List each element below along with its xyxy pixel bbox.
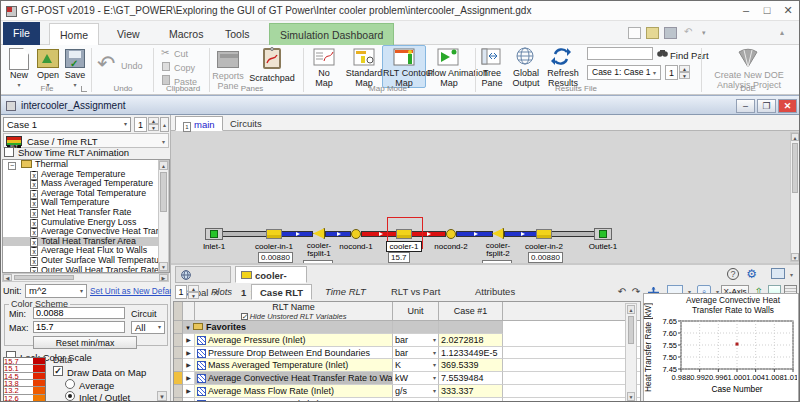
part-outlet-1[interactable] xyxy=(594,228,612,240)
doc-close-button[interactable]: ✕ xyxy=(778,99,797,113)
ribbon-tab-tools[interactable]: Tools xyxy=(215,23,260,45)
flow-animation-map-icon[interactable] xyxy=(437,48,459,66)
column-header-unit[interactable]: Unit xyxy=(393,302,439,321)
ribbon-tab-file[interactable]: File xyxy=(3,22,40,45)
global-output-icon[interactable] xyxy=(515,47,535,66)
find-part-input[interactable] xyxy=(587,47,653,60)
case-select[interactable]: Case 1▾ xyxy=(3,117,131,132)
rlt-row-value[interactable]: 2.0272818 xyxy=(439,334,503,347)
unit-dropdown-caret[interactable]: ▾ xyxy=(433,398,436,402)
unit-select[interactable]: m^2▾ xyxy=(25,284,87,298)
canvas-vscrollbar[interactable]: ▲ ▼ xyxy=(790,132,800,262)
rlt-row-unit-select[interactable]: kW▾ xyxy=(393,372,439,385)
bottom-case-spinbox[interactable]: 1 xyxy=(175,285,187,299)
show-animation-checkbox[interactable] xyxy=(4,147,14,157)
rlt-row-name[interactable]: Average Pressure (Inlet) xyxy=(195,334,393,347)
qat-new-icon[interactable] xyxy=(628,27,641,39)
circuit-scope-select[interactable]: All▾ xyxy=(131,321,165,334)
rlt-row-value[interactable]: 1.1233449E-5 xyxy=(439,347,503,360)
doc-tab-cooler-1[interactable]: cooler-1✕ xyxy=(235,266,307,283)
unit-dropdown-caret[interactable]: ▾ xyxy=(433,359,436,372)
ribbon-tab-macros[interactable]: Macros xyxy=(159,23,213,45)
data-point[interactable] xyxy=(736,343,739,346)
reset-minmax-button[interactable]: Reset min/max xyxy=(33,336,137,349)
rlt-row-value[interactable]: 7.5539484 xyxy=(439,372,503,385)
part-nocond-2[interactable] xyxy=(446,229,456,239)
maximize-button[interactable]: □ xyxy=(758,3,776,18)
tree-pane-icon[interactable] xyxy=(481,48,501,65)
ribbon-case-select[interactable]: Case 1: Case 1 ▾ xyxy=(587,65,661,80)
row-expander-icon[interactable]: ▶ xyxy=(183,334,195,347)
ribbon-collapse-icon[interactable]: ▴ xyxy=(780,27,793,39)
average-radio[interactable] xyxy=(65,379,75,389)
part-cooler-in-1[interactable] xyxy=(266,229,282,239)
settings-gear-icon[interactable]: ⚙ xyxy=(746,267,757,281)
doc-tab-global[interactable]: Global✕ xyxy=(175,266,231,283)
scratchpad-icon[interactable] xyxy=(263,48,281,69)
window-layout-caret[interactable]: ▾ xyxy=(790,271,793,278)
ribbon-tab-view[interactable]: View xyxy=(107,23,150,45)
minimize-button[interactable]: – xyxy=(737,3,755,18)
tree-item[interactable]: xOuter Wall Heat Transfer Rate t xyxy=(3,266,169,273)
flow-animation-map-button[interactable]: Flow AnimationMap xyxy=(427,68,471,88)
part-inlet-1[interactable] xyxy=(205,228,223,240)
unit-dropdown-caret[interactable]: ▾ xyxy=(433,347,436,360)
part-cooler-fsplit-1[interactable] xyxy=(313,228,325,239)
rlt-tree[interactable]: −ThermalxAverage TemperaturexMass Averag… xyxy=(2,159,170,273)
tree-vscrollbar[interactable]: ▲ ▼ xyxy=(158,160,169,272)
help-icon[interactable]: ? xyxy=(727,268,739,280)
rlt-row-unit-select[interactable]: bar▾ xyxy=(393,347,439,360)
row-expander-icon[interactable]: ▶ xyxy=(183,385,195,398)
plot-redo-icon[interactable]: ↷ xyxy=(629,285,643,299)
bottom-case-spin-arrows[interactable]: ▲▼ xyxy=(188,285,199,299)
new-file-icon[interactable] xyxy=(9,48,29,70)
tab-plots[interactable]: Plots xyxy=(203,284,240,300)
sidebar-collapse-button[interactable]: ▴ xyxy=(160,117,169,132)
case-spinbox[interactable]: 1 xyxy=(134,117,147,132)
part-cooler-fsplit-2[interactable] xyxy=(492,228,504,239)
tree-hscrollbar[interactable]: ◀ ▶ xyxy=(2,273,169,282)
save-button[interactable]: Save xyxy=(61,70,89,80)
max-input[interactable] xyxy=(33,321,125,333)
qat-dropdown-icon[interactable]: ▾ xyxy=(702,27,715,39)
scratchpad-button[interactable]: Scratchpad xyxy=(245,73,299,83)
part-cooler-in-2[interactable] xyxy=(536,229,552,239)
rlt-row-value[interactable]: 369.53394 xyxy=(439,398,503,402)
file-dialog-launcher-icon[interactable] xyxy=(81,86,87,92)
collapse-caret-icon[interactable]: ▼ xyxy=(185,325,191,331)
no-map-button[interactable]: NoMap xyxy=(307,68,341,88)
canvas-tab-main[interactable]: 1main xyxy=(175,116,223,131)
sidebar-scroll-down-button[interactable]: ▼ xyxy=(157,391,167,401)
refresh-results-icon[interactable] xyxy=(551,47,571,66)
table-vscrollbar[interactable]: ▲ ▼ xyxy=(625,303,637,402)
draw-data-checkbox[interactable]: ✓ xyxy=(53,366,63,376)
rlt-row-value[interactable]: 369.5339 xyxy=(439,359,503,372)
save-icon[interactable]: ✓ xyxy=(65,49,85,68)
rlt-row-name[interactable]: Average Mass Flow Rate (Inlet) xyxy=(195,385,393,398)
tree-pane-button[interactable]: TreePane xyxy=(477,68,507,88)
favorites-group-row[interactable]: ▼ Favorites xyxy=(183,321,393,334)
window-layout-icon[interactable] xyxy=(771,268,785,279)
doc-restore-button[interactable]: ❐ xyxy=(757,99,776,113)
new-button[interactable]: New xyxy=(5,70,33,80)
row-expander-icon[interactable]: ▶ xyxy=(183,372,195,385)
rlt-row-name[interactable]: Average Temperature (Inlet) xyxy=(195,398,393,402)
min-input[interactable] xyxy=(33,307,125,319)
map-canvas[interactable]: 1mainCircuits Inlet-1cooler-in-10.00880c… xyxy=(171,115,800,263)
case-spin-arrows[interactable]: ▲▼ xyxy=(148,117,159,131)
tab-case-rlt[interactable]: Case RLT xyxy=(251,284,312,300)
inlet-outlet-radio[interactable] xyxy=(65,391,75,401)
rlt-row-value[interactable]: 333.337 xyxy=(439,385,503,398)
rlt-row-unit-select[interactable]: K▾ xyxy=(393,398,439,402)
rlt-contour-map-icon[interactable] xyxy=(393,48,415,66)
open-button[interactable]: Open xyxy=(34,70,62,80)
doc-minimize-button[interactable]: – xyxy=(736,99,755,113)
unit-dropdown-caret[interactable]: ▾ xyxy=(433,334,436,347)
flow-diagram[interactable]: Inlet-1cooler-in-10.00880cooler-fsplit-1… xyxy=(171,131,800,263)
close-button[interactable]: ✕ xyxy=(779,3,797,18)
tab-time-rlt[interactable]: Time RLT xyxy=(317,284,374,300)
ribbon-tab-simulation-dashboard[interactable]: Simulation Dashboard xyxy=(269,23,394,45)
rlt-row-unit-select[interactable]: bar▾ xyxy=(393,334,439,347)
rlt-row-name[interactable]: Pressure Drop Between End Boundaries xyxy=(195,347,393,360)
rlt-table[interactable]: RLT Name✓ Hide Unstored RLT VariablesUni… xyxy=(173,301,641,402)
